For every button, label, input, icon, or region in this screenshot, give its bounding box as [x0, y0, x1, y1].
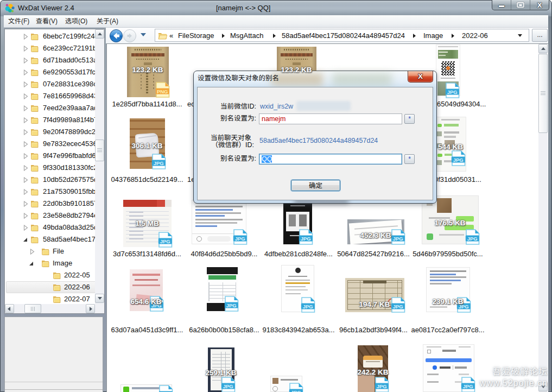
- svg-text:JPG: JPG: [453, 157, 464, 163]
- svg-text:JPG: JPG: [467, 236, 478, 242]
- svg-text:JPG: JPG: [160, 238, 170, 244]
- svg-text:JPG: JPG: [223, 383, 233, 389]
- svg-text:JPG: JPG: [463, 383, 473, 389]
- svg-text:JPG: JPG: [303, 304, 313, 309]
- svg-text:JPG: JPG: [447, 89, 458, 95]
- svg-text:JPG: JPG: [301, 236, 311, 242]
- svg-text:JPG: JPG: [377, 383, 387, 389]
- svg-text:PNG: PNG: [157, 88, 168, 94]
- svg-text:JPG: JPG: [226, 302, 237, 308]
- svg-text:JPG: JPG: [235, 236, 245, 242]
- svg-text:JPG: JPG: [291, 389, 301, 392]
- svg-text:JPG: JPG: [154, 160, 164, 166]
